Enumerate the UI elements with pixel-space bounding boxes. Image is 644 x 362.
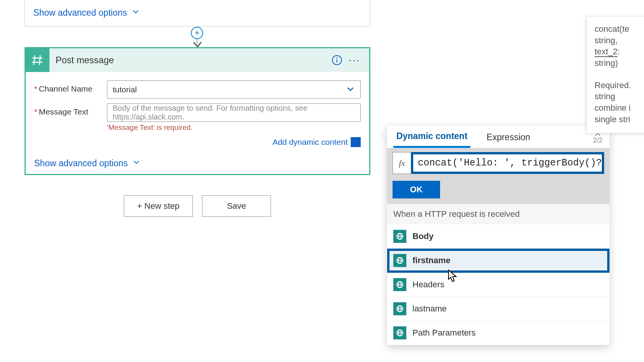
show-advanced-options-link[interactable]: Show advanced options xyxy=(33,7,140,18)
dynamic-item-headers[interactable]: Headers xyxy=(387,273,610,297)
http-icon xyxy=(393,278,406,291)
show-advanced-options-link[interactable]: Show advanced options xyxy=(34,158,361,169)
save-button[interactable]: Save xyxy=(202,195,271,217)
http-icon xyxy=(393,230,406,243)
channel-name-select[interactable]: tutorial xyxy=(107,80,361,99)
channel-name-label: *Channel Name xyxy=(34,80,107,93)
chevron-down-icon xyxy=(132,158,141,169)
channel-name-value: tutorial xyxy=(113,85,137,94)
tab-expression[interactable]: Expression xyxy=(483,127,533,147)
dynamic-item-firstname[interactable]: firstname xyxy=(387,249,610,273)
message-text-input[interactable]: Body of the message to send. For formatt… xyxy=(107,103,361,122)
expression-input[interactable]: concat('Hello: ', triggerBody()?['firstn… xyxy=(411,152,604,174)
message-text-placeholder: Body of the message to send. For formatt… xyxy=(113,104,355,121)
dynamic-item-body[interactable]: Body xyxy=(387,224,610,249)
required-mark: * xyxy=(34,107,37,116)
dynamic-item-lastname[interactable]: lastname xyxy=(387,297,610,321)
svg-point-6 xyxy=(337,58,337,58)
expression-signature-tooltip: concat(te string, text_2: string) Requir… xyxy=(586,16,644,133)
show-advanced-label: Show advanced options xyxy=(34,158,128,169)
card-menu-button[interactable]: ··· xyxy=(347,54,362,66)
tab-dynamic-content[interactable]: Dynamic content xyxy=(393,126,470,148)
http-icon xyxy=(393,302,406,315)
dynamic-item-path-parameters[interactable]: Path Parameters xyxy=(387,321,610,345)
info-icon[interactable] xyxy=(331,54,343,66)
item-label: lastname xyxy=(412,304,447,314)
dynamic-content-panel: Dynamic content Expression 2/2 fx concat… xyxy=(387,126,610,345)
show-advanced-label: Show advanced options xyxy=(33,8,127,18)
add-dynamic-content-link[interactable]: Add dynamic content xyxy=(273,138,348,147)
connector-icon-slack xyxy=(26,48,49,72)
svg-line-1 xyxy=(39,55,41,65)
panel-pointer-icon xyxy=(381,129,387,139)
http-icon xyxy=(393,326,406,339)
plus-icon: + xyxy=(195,28,200,38)
message-text-error: 'Message Text' is required. xyxy=(107,123,361,132)
card-header: Post message ··· xyxy=(26,48,369,72)
item-label: firstname xyxy=(412,256,450,265)
item-label: Path Parameters xyxy=(412,328,476,338)
fx-icon: fx xyxy=(393,152,411,174)
add-dynamic-content-plus-icon[interactable]: + xyxy=(351,137,361,147)
previous-action-card: Show advanced options xyxy=(25,0,370,27)
insert-step-button[interactable]: + xyxy=(191,27,203,39)
intellisense-pager[interactable]: 2/2 xyxy=(593,133,603,144)
item-label: Headers xyxy=(412,280,444,290)
item-label: Body xyxy=(412,231,434,241)
dynamic-section-header: When a HTTP request is received xyxy=(387,204,610,224)
post-message-card: Post message ··· *Channel Name tutorial xyxy=(25,47,370,175)
card-title: Post message xyxy=(56,55,327,66)
required-mark: * xyxy=(34,84,37,93)
http-icon xyxy=(393,254,406,267)
new-step-button[interactable]: + New step xyxy=(124,195,193,217)
ok-button[interactable]: OK xyxy=(393,181,440,198)
svg-line-0 xyxy=(34,55,35,65)
chevron-down-icon xyxy=(131,7,140,18)
chevron-down-icon xyxy=(346,84,355,95)
message-text-label: *Message Text xyxy=(34,103,107,116)
